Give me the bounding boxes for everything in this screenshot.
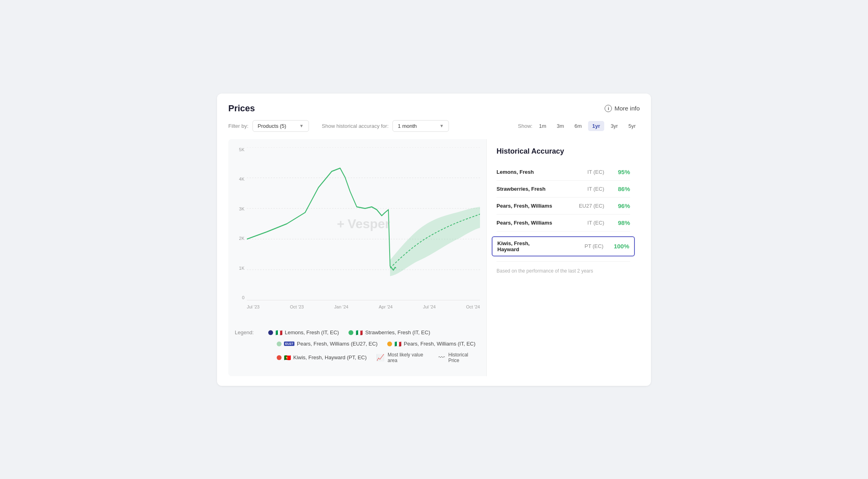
chevron-down-icon-2: ▼ [439,123,444,128]
show-label: Show: [518,123,532,129]
legend-dot-kiwis [277,355,282,360]
legend-dot-strawberries [348,330,353,335]
legend-row-3: 🇵🇹 Kiwis, Fresh, Hayward (PT, EC) 📈 Most… [235,352,477,363]
header: Prices i More info [228,103,640,114]
ha-title: Historical Accuracy [497,147,630,156]
time-btn-3yr[interactable]: 3yr [607,121,622,131]
accuracy-label: Show historical accuracy for: [322,123,388,129]
legend-item-pears-it: 🇮🇹 Pears, Fresh, Williams (IT, EC) [387,341,476,347]
legend-most-likely: 📈 Most likely value area [376,352,429,363]
legend-historical-price: 〰 Historical Price [438,352,477,363]
time-btn-6m[interactable]: 6m [570,121,586,131]
chart-plot: +Vesper [247,147,480,300]
more-info-button[interactable]: i More info [605,105,640,112]
legend-row-1: Legend: 🇮🇹 Lemons, Fresh (IT, EC) 🇮🇹 Str… [235,329,477,336]
ha-row-pears-it: Pears, Fresh, Williams IT (EC) 98% [497,215,630,231]
info-icon: i [605,105,612,112]
ha-row-strawberries: Strawberries, Fresh IT (EC) 86% [497,181,630,198]
chart-area: 5K 4K 3K 2K 1K 0 [228,139,486,376]
legend-dot-pears-eu27 [277,342,282,346]
filter-by-group: Filter by: Products (5) ▼ [228,120,309,132]
time-btn-1m[interactable]: 1m [535,121,550,131]
legend-dot-pears-it [387,342,392,346]
x-axis: Jul '23 Oct '23 Jan '24 Apr '24 Jul '24 … [247,302,480,317]
y-axis: 5K 4K 3K 2K 1K 0 [232,147,246,300]
time-btn-1yr[interactable]: 1yr [588,121,604,131]
page-title: Prices [228,103,255,114]
main-card: Prices i More info Filter by: Products (… [217,94,651,386]
accuracy-group: Show historical accuracy for: 1 month ▼ [322,120,449,132]
legend-item-kiwis: 🇵🇹 Kiwis, Fresh, Hayward (PT, EC) [277,354,367,361]
chevron-down-icon: ▼ [299,123,304,128]
legend-item-pears-eu27: EU27 Pears, Fresh, Williams (EU27, EC) [277,341,378,347]
legend-dot-lemons [268,330,273,335]
main-content: 5K 4K 3K 2K 1K 0 [228,139,640,376]
time-btn-5yr[interactable]: 5yr [624,121,640,131]
filters-row: Filter by: Products (5) ▼ Show historica… [228,120,640,132]
legend-item-strawberries: 🇮🇹 Strawberries, Fresh (IT, EC) [348,329,430,336]
chart-inner: 5K 4K 3K 2K 1K 0 [232,147,480,317]
sidebar: Historical Accuracy Lemons, Fresh IT (EC… [486,139,640,376]
accuracy-period-select[interactable]: 1 month ▼ [392,120,449,132]
ha-row-kiwis: Kiwis, Fresh,Hayward PT (EC) 100% [497,231,630,262]
legend-row-2: EU27 Pears, Fresh, Williams (EU27, EC) 🇮… [235,341,477,347]
ha-row-lemons: Lemons, Fresh IT (EC) 95% [497,164,630,181]
show-group: Show: 1m 3m 6m 1yr 3yr 5yr [518,121,640,131]
legend-item-lemons: 🇮🇹 Lemons, Fresh (IT, EC) [268,329,339,336]
ha-row-pears-eu27: Pears, Fresh, Williams EU27 (EC) 96% [497,198,630,215]
time-btn-3m[interactable]: 3m [553,121,568,131]
legend-area: Legend: 🇮🇹 Lemons, Fresh (IT, EC) 🇮🇹 Str… [232,323,480,371]
products-select[interactable]: Products (5) ▼ [252,120,309,132]
filter-by-label: Filter by: [228,123,248,129]
legend-label: Legend: [235,329,254,335]
ha-note: Based on the performance of the last 2 y… [497,268,630,274]
ha-highlight-box: Kiwis, Fresh,Hayward PT (EC) 100% [492,236,635,256]
